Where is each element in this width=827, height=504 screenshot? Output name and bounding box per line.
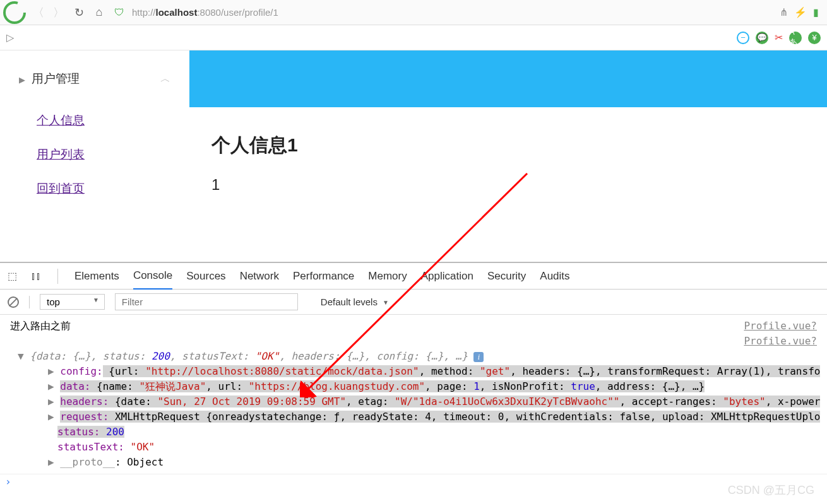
ext-chat-icon[interactable]: 💬 bbox=[756, 32, 768, 44]
sidebar-link-userlist[interactable]: 用户列表 bbox=[37, 146, 170, 163]
console-prompt[interactable]: › bbox=[0, 474, 827, 489]
devtools-tabs: ⬚ ⫿⫿ Elements Console Sources Network Pe… bbox=[0, 263, 827, 290]
tab-performance[interactable]: Performance bbox=[293, 264, 354, 289]
console-message: 进入路由之前 bbox=[10, 319, 71, 334]
back-button[interactable]: 〈 bbox=[31, 5, 46, 20]
sidebar-link-home[interactable]: 回到首页 bbox=[37, 180, 170, 197]
show-sidebar-icon[interactable]: ▷ bbox=[6, 32, 14, 44]
expand-arrow-icon[interactable]: ▶ bbox=[48, 456, 60, 468]
expand-arrow-icon[interactable]: ▼ bbox=[18, 350, 30, 362]
browser-logo-icon bbox=[3, 1, 26, 24]
log-levels-selector[interactable]: Default levels bbox=[321, 296, 389, 307]
bolt-icon[interactable]: ⚡ bbox=[794, 6, 807, 18]
page-value: 1 bbox=[211, 176, 805, 194]
browser-address-bar: 〈 〉 ↻ ⌂ 🛡 http://localhost:8080/user/pro… bbox=[0, 0, 827, 25]
source-link[interactable]: Profile.vue? bbox=[744, 334, 817, 349]
tab-console[interactable]: Console bbox=[133, 263, 172, 290]
expand-arrow-icon[interactable]: ▶ bbox=[48, 380, 60, 392]
ext-translate-icon[interactable]: Aあ bbox=[789, 32, 802, 44]
device-icon[interactable]: ⫿⫿ bbox=[31, 271, 41, 282]
source-link[interactable]: Profile.vue? bbox=[744, 319, 817, 334]
home-button[interactable]: ⌂ bbox=[92, 5, 107, 20]
tab-security[interactable]: Security bbox=[487, 264, 526, 289]
devtools-panel: ⬚ ⫿⫿ Elements Console Sources Network Pe… bbox=[0, 262, 827, 489]
share-icon[interactable]: ⋔ bbox=[780, 6, 788, 18]
console-toolbar: top Default levels bbox=[0, 290, 827, 315]
sidebar-header-label: 用户管理 bbox=[32, 72, 80, 85]
object-tree[interactable]: ▼ {data: {…}, status: 200, statusText: "… bbox=[0, 349, 827, 470]
tab-elements[interactable]: Elements bbox=[74, 264, 119, 289]
battery-icon: ▮ bbox=[813, 6, 819, 18]
reload-button[interactable]: ↻ bbox=[71, 5, 86, 20]
bookmarks-bar: ▷ − 💬 ✂ Aあ ¥ bbox=[0, 25, 827, 50]
tab-audits[interactable]: Audits bbox=[540, 264, 569, 289]
ext-circle-icon[interactable]: − bbox=[737, 32, 749, 44]
chevron-up-icon: ︿ bbox=[160, 73, 170, 86]
forward-button[interactable]: 〉 bbox=[51, 5, 66, 20]
sidebar-group-header[interactable]: ▶用户管理 ︿ bbox=[19, 63, 170, 95]
svg-point-0 bbox=[4, 3, 25, 23]
filter-input[interactable] bbox=[115, 293, 298, 310]
console-output: 进入路由之前 Profile.vue? Profile.vue? ▼ {data… bbox=[0, 315, 827, 474]
page-content: ▶用户管理 ︿ 个人信息 用户列表 回到首页 个人信息1 1 bbox=[0, 50, 827, 262]
page-title: 个人信息1 bbox=[211, 132, 805, 158]
expand-arrow-icon[interactable]: ▶ bbox=[48, 411, 60, 423]
triangle-right-icon: ▶ bbox=[19, 75, 25, 85]
tab-sources[interactable]: Sources bbox=[186, 264, 225, 289]
inspect-icon[interactable]: ⬚ bbox=[8, 270, 17, 282]
context-selector[interactable]: top bbox=[40, 294, 105, 310]
shield-icon: 🛡 bbox=[114, 7, 124, 18]
clear-console-icon[interactable] bbox=[8, 296, 19, 308]
tab-network[interactable]: Network bbox=[240, 264, 279, 289]
sidebar-link-profile[interactable]: 个人信息 bbox=[37, 112, 170, 129]
ext-yuan-icon[interactable]: ¥ bbox=[808, 32, 821, 44]
expand-arrow-icon[interactable]: ▶ bbox=[48, 365, 60, 377]
main-area: 个人信息1 1 bbox=[189, 50, 827, 262]
tab-application[interactable]: Application bbox=[421, 264, 473, 289]
expand-arrow-icon[interactable]: ▶ bbox=[48, 396, 60, 407]
blue-banner bbox=[189, 50, 827, 107]
browser-right-controls: ⋔ ⚡ ▮ bbox=[780, 6, 824, 18]
info-badge-icon[interactable]: i bbox=[473, 352, 484, 362]
ext-scissors-icon[interactable]: ✂ bbox=[775, 32, 783, 44]
url-input[interactable]: http://localhost:8080/user/profile/1 bbox=[129, 7, 775, 18]
sidebar: ▶用户管理 ︿ 个人信息 用户列表 回到首页 bbox=[0, 50, 189, 262]
tab-memory[interactable]: Memory bbox=[368, 264, 407, 289]
